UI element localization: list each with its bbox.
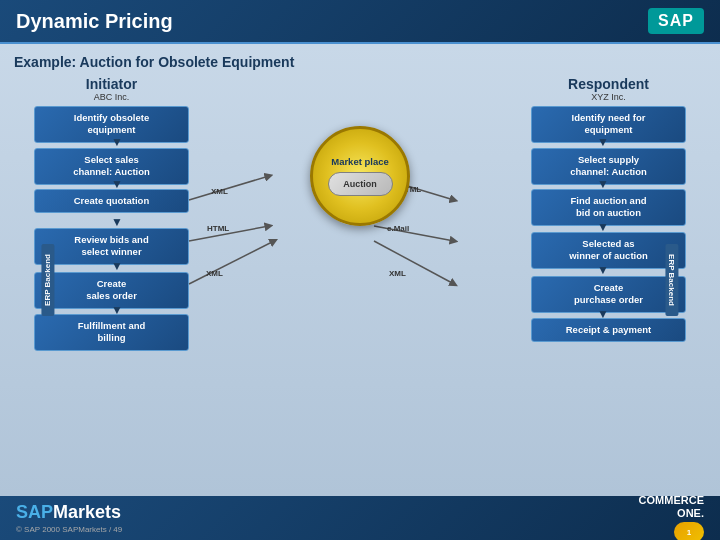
sap-text: SAP <box>16 502 53 523</box>
arrow-4: ▼ <box>111 260 123 272</box>
init-box-6: Fulfillment andbilling <box>34 314 189 351</box>
footer: SAP Markets © SAP 2000 SAPMarkets / 49 C… <box>0 496 720 540</box>
initiator-label: Initiator <box>34 76 189 92</box>
arrow-3: ▼ <box>111 216 123 228</box>
page-subtitle: Example: Auction for Obsolete Equipment <box>14 54 706 70</box>
header: Dynamic Pricing SAP <box>0 0 720 44</box>
init-box-3: Create quotation <box>34 189 189 213</box>
commerce-one-logo: COMMERCEONE. 1 <box>639 494 704 540</box>
initiator-header: Initiator ABC Inc. <box>34 76 189 102</box>
sap-logo: SAP <box>648 8 704 34</box>
init-step-3: Create quotation <box>34 189 189 213</box>
erp-backend-left: ERP Backend <box>41 244 54 316</box>
page-title: Dynamic Pricing <box>16 10 173 33</box>
copyright: © SAP 2000 SAPMarkets / 49 <box>16 525 122 534</box>
main-content: Example: Auction for Obsolete Equipment … <box>0 44 720 496</box>
auction-label: Auction <box>343 179 377 189</box>
svg-text:e.Mail: e.Mail <box>387 224 409 233</box>
initiator-sublabel: ABC Inc. <box>34 92 189 102</box>
svg-line-6 <box>374 226 454 241</box>
marketplace-title: Market place <box>331 156 389 167</box>
svg-text:XML: XML <box>389 269 406 278</box>
marketplace-circle: Market place Auction <box>310 126 410 226</box>
erp-backend-right: ERP Backend <box>666 244 679 316</box>
svg-line-4 <box>189 226 269 241</box>
resp-arrow-4: ▼ <box>597 264 609 276</box>
svg-line-8 <box>189 241 274 284</box>
respondent-sublabel: XYZ Inc. <box>531 92 686 102</box>
auction-oval: Auction <box>328 172 393 196</box>
svg-text:XML: XML <box>206 269 223 278</box>
resp-arrow-1: ▼ <box>597 136 609 148</box>
svg-text:HTML: HTML <box>207 224 229 233</box>
resp-box-6: Receipt & payment <box>531 318 686 342</box>
commerce-one-text: COMMERCEONE. <box>639 494 704 520</box>
svg-line-0 <box>189 176 269 200</box>
respondent-header: Respondent XYZ Inc. <box>531 76 686 102</box>
resp-step-6: Receipt & payment <box>531 318 686 342</box>
init-step-6: Fulfillment andbilling <box>34 314 189 351</box>
markets-text: Markets <box>53 502 121 523</box>
svg-text:XML: XML <box>211 187 228 196</box>
arrow-1: ▼ <box>111 136 123 148</box>
sapmarkets-logo: SAP Markets <box>16 502 122 523</box>
respondent-label: Respondent <box>531 76 686 92</box>
commerce-one-icon: 1 <box>674 522 704 540</box>
svg-line-10 <box>374 241 454 284</box>
